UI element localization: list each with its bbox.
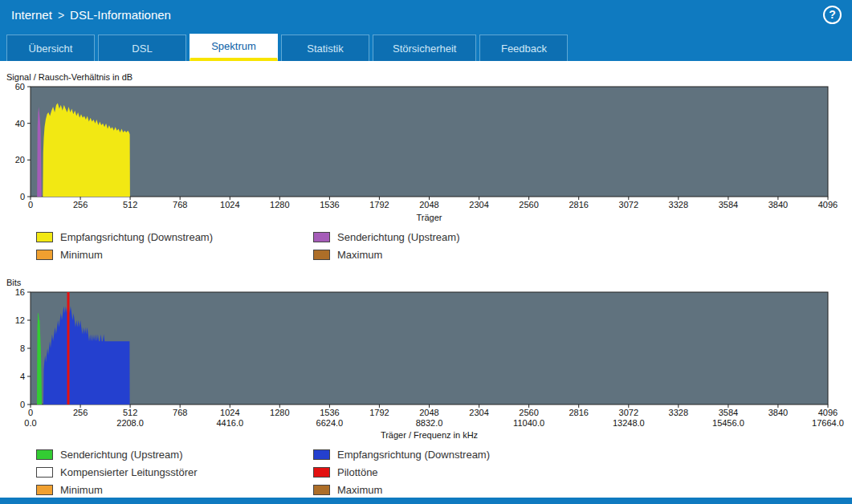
legend-item: Pilottöne: [313, 463, 852, 481]
svg-text:1536: 1536: [320, 408, 339, 417]
svg-text:256: 256: [73, 408, 88, 417]
svg-text:512: 512: [123, 408, 137, 417]
svg-text:4416.0: 4416.0: [216, 418, 243, 428]
svg-text:13248.0: 13248.0: [613, 418, 645, 428]
svg-text:12: 12: [15, 315, 25, 325]
svg-text:3328: 3328: [669, 408, 688, 417]
svg-text:768: 768: [173, 408, 187, 417]
help-button[interactable]: ?: [823, 6, 842, 24]
svg-text:1280: 1280: [270, 200, 289, 209]
svg-text:3072: 3072: [619, 200, 638, 209]
svg-text:0.0: 0.0: [24, 418, 36, 428]
svg-text:2560: 2560: [519, 408, 538, 417]
svg-text:2560: 2560: [519, 200, 538, 209]
svg-text:1792: 1792: [369, 200, 389, 209]
svg-text:3584: 3584: [719, 200, 738, 209]
svg-text:8832.0: 8832.0: [416, 418, 443, 428]
svg-text:4096: 4096: [818, 408, 838, 417]
legend-swatch: [313, 449, 330, 460]
legend-item: Senderichtung (Upstream): [313, 228, 852, 246]
legend-swatch: [36, 485, 53, 495]
svg-text:0: 0: [28, 408, 33, 417]
title-bar: Internet > DSL-Informationen ?: [0, 0, 852, 30]
legend-label: Senderichtung (Upstream): [60, 449, 182, 461]
snr-chart-legend: Empfangsrichtung (Downstream)Senderichtu…: [36, 228, 852, 263]
bits-chart-legend: Senderichtung (Upstream)Empfangsrichtung…: [36, 445, 852, 498]
legend-item: Empfangsrichtung (Downstream): [313, 445, 852, 463]
legend-label: Maximum: [337, 249, 382, 261]
legend-swatch: [36, 467, 53, 478]
legend-swatch: [313, 467, 330, 478]
bits-chart-title: Bits: [6, 278, 852, 289]
legend-label: Minimum: [60, 249, 103, 261]
legend-label: Maximum: [337, 484, 382, 496]
legend-item: Minimum: [36, 246, 313, 263]
chevron-right-icon: >: [58, 9, 64, 22]
tab-bar: ÜbersichtDSLSpektrumStatistikStörsicherh…: [0, 30, 852, 61]
legend-label: Empfangsrichtung (Downstream): [337, 449, 490, 461]
tab-stoersicherheit[interactable]: Störsicherheit: [373, 35, 476, 61]
svg-text:2304: 2304: [469, 200, 488, 209]
svg-text:8: 8: [20, 343, 25, 353]
legend-swatch: [36, 250, 53, 260]
svg-text:3328: 3328: [669, 200, 688, 209]
tab-uebersicht[interactable]: Übersicht: [6, 35, 95, 61]
legend-swatch: [313, 232, 330, 242]
svg-text:3840: 3840: [768, 408, 788, 417]
svg-text:1280: 1280: [270, 408, 289, 417]
legend-item: Senderichtung (Upstream): [36, 445, 313, 463]
legend-label: Senderichtung (Upstream): [337, 231, 459, 243]
svg-text:20: 20: [15, 155, 25, 165]
footer-bar: [0, 498, 852, 504]
svg-text:3840: 3840: [768, 200, 788, 209]
legend-swatch: [313, 250, 330, 260]
svg-text:2304: 2304: [469, 408, 488, 417]
legend-swatch: [36, 232, 53, 242]
svg-text:0: 0: [20, 400, 25, 409]
svg-text:15456.0: 15456.0: [712, 418, 744, 428]
tab-statistik[interactable]: Statistik: [281, 35, 369, 61]
legend-item: Maximum: [313, 481, 852, 498]
svg-text:2048: 2048: [419, 408, 438, 417]
svg-text:6624.0: 6624.0: [316, 418, 344, 428]
svg-text:40: 40: [15, 119, 25, 128]
legend-swatch: [36, 449, 53, 460]
svg-text:0: 0: [20, 192, 25, 201]
legend-swatch: [313, 485, 330, 495]
svg-text:Träger / Frequenz in kHz: Träger / Frequenz in kHz: [381, 430, 478, 440]
tab-feedback[interactable]: Feedback: [479, 35, 568, 61]
tab-dsl[interactable]: DSL: [98, 35, 186, 61]
svg-text:2208.0: 2208.0: [116, 418, 144, 428]
svg-text:60: 60: [15, 83, 25, 91]
svg-text:3072: 3072: [619, 408, 638, 417]
svg-text:0: 0: [28, 200, 33, 209]
page: Internet > DSL-Informationen ? Übersicht…: [0, 0, 852, 504]
legend-label: Pilottöne: [337, 466, 378, 478]
svg-text:3584: 3584: [719, 408, 738, 417]
legend-item: Kompensierter Leitungsstörer: [36, 463, 313, 481]
svg-text:512: 512: [123, 200, 137, 209]
breadcrumb-section: Internet: [11, 8, 52, 22]
svg-text:16: 16: [15, 289, 25, 297]
svg-text:Träger: Träger: [417, 213, 442, 222]
svg-text:4: 4: [20, 372, 25, 381]
legend-item: Empfangsrichtung (Downstream): [36, 228, 313, 246]
content-area: Signal / Rausch-Verhältnis in dB 0256512…: [0, 61, 852, 498]
legend-label: Empfangsrichtung (Downstream): [60, 231, 213, 243]
svg-text:11040.0: 11040.0: [513, 418, 544, 428]
snr-chart-title: Signal / Rausch-Verhältnis in dB: [6, 72, 852, 83]
svg-text:2816: 2816: [569, 408, 588, 417]
svg-text:17664.0: 17664.0: [812, 418, 844, 428]
breadcrumb-page: DSL-Informationen: [70, 8, 171, 22]
top-bar: Internet > DSL-Informationen ? Übersicht…: [0, 0, 852, 61]
svg-text:1024: 1024: [220, 200, 239, 209]
svg-text:2816: 2816: [569, 200, 588, 209]
svg-text:4096: 4096: [818, 200, 838, 209]
legend-item: Maximum: [313, 246, 852, 263]
svg-text:2048: 2048: [419, 200, 438, 209]
legend-item: Minimum: [36, 481, 313, 498]
svg-text:1792: 1792: [369, 408, 389, 417]
svg-text:1536: 1536: [320, 200, 339, 209]
tab-spektrum[interactable]: Spektrum: [190, 34, 278, 61]
legend-label: Minimum: [60, 484, 103, 496]
